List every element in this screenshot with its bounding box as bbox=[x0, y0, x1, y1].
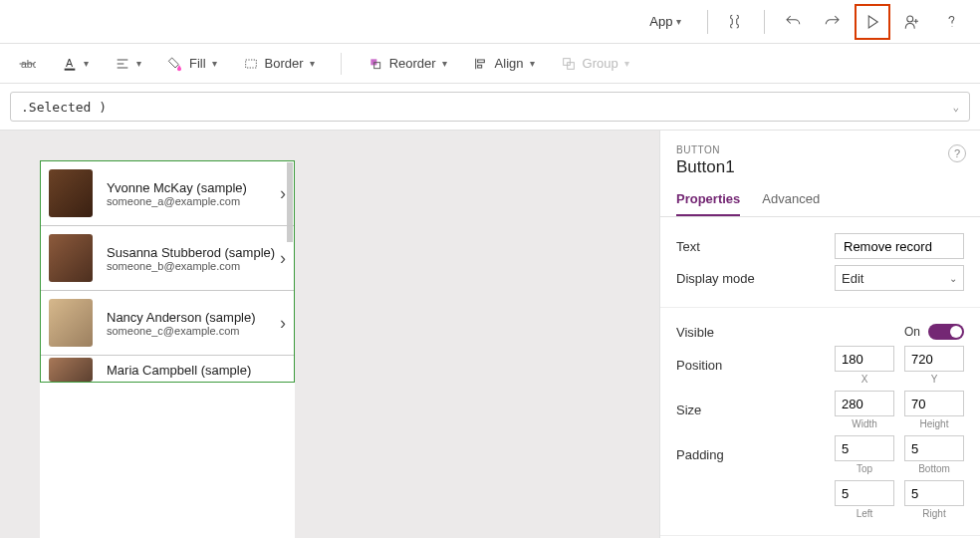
workspace: Yvonne McKay (sample) someone_a@example.… bbox=[0, 131, 980, 538]
padding-bottom-input[interactable] bbox=[904, 435, 964, 461]
border-button[interactable]: Border▾ bbox=[243, 56, 315, 72]
app-dropdown[interactable]: App ▾ bbox=[641, 6, 689, 38]
properties-panel: BUTTON Button1 ? Properties Advanced Tex… bbox=[659, 131, 980, 538]
avatar bbox=[49, 234, 93, 282]
divider bbox=[707, 10, 708, 34]
divider bbox=[341, 53, 342, 75]
formula-bar: .Selected ) ⌄ bbox=[0, 84, 980, 131]
align-button[interactable]: Align▾ bbox=[473, 56, 535, 72]
svg-rect-15 bbox=[567, 62, 574, 69]
list-item[interactable]: Susanna Stubberod (sample) someone_b@exa… bbox=[41, 226, 294, 291]
screen-preview: Yvonne McKay (sample) someone_a@example.… bbox=[40, 160, 295, 539]
checker-icon[interactable] bbox=[718, 4, 754, 40]
list-item[interactable]: Maria Campbell (sample) bbox=[41, 356, 294, 383]
contact-name: Nancy Anderson (sample) bbox=[107, 310, 256, 325]
text-input[interactable] bbox=[835, 233, 964, 259]
contact-email: someone_c@example.com bbox=[107, 325, 256, 337]
svg-rect-4 bbox=[65, 68, 76, 70]
tab-properties[interactable]: Properties bbox=[676, 191, 740, 216]
formula-input[interactable]: .Selected ) ⌄ bbox=[10, 92, 970, 122]
chevron-right-icon[interactable]: › bbox=[280, 183, 286, 204]
avatar bbox=[49, 358, 93, 382]
prop-label-displaymode: Display mode bbox=[676, 271, 755, 286]
svg-rect-12 bbox=[477, 60, 484, 63]
fill-button[interactable]: Fill▾ bbox=[167, 56, 217, 72]
padding-top-input[interactable] bbox=[835, 435, 894, 461]
tab-advanced[interactable]: Advanced bbox=[762, 191, 820, 216]
padding-left-input[interactable] bbox=[835, 480, 894, 506]
control-name: Button1 bbox=[676, 157, 964, 177]
width-input[interactable] bbox=[835, 391, 894, 416]
gallery-control[interactable]: Yvonne McKay (sample) someone_a@example.… bbox=[40, 160, 295, 383]
prop-label-visible: Visible bbox=[676, 325, 714, 340]
control-type-label: BUTTON bbox=[676, 144, 964, 155]
help-icon[interactable]: ? bbox=[948, 144, 966, 162]
contact-name: Yvonne McKay (sample) bbox=[107, 180, 247, 195]
share-button[interactable] bbox=[894, 4, 930, 40]
undo-button[interactable] bbox=[775, 4, 811, 40]
expand-formula-icon[interactable]: ⌄ bbox=[952, 101, 959, 114]
redo-button[interactable] bbox=[815, 4, 851, 40]
contact-email: someone_a@example.com bbox=[107, 195, 247, 207]
svg-rect-8 bbox=[245, 60, 256, 68]
avatar bbox=[49, 169, 93, 217]
chevron-right-icon[interactable]: › bbox=[280, 248, 286, 269]
prop-label-padding: Padding bbox=[676, 447, 724, 462]
help-button[interactable] bbox=[934, 4, 970, 40]
divider bbox=[764, 10, 765, 34]
svg-rect-14 bbox=[563, 58, 570, 65]
group-button: Group▾ bbox=[561, 56, 629, 72]
list-item[interactable]: Nancy Anderson (sample) someone_c@exampl… bbox=[41, 291, 294, 356]
prop-label-text: Text bbox=[676, 239, 700, 254]
contact-name: Susanna Stubberod (sample) bbox=[107, 245, 275, 260]
svg-text:A: A bbox=[66, 56, 74, 68]
position-y-input[interactable] bbox=[904, 346, 964, 372]
reorder-button[interactable]: Reorder▾ bbox=[368, 56, 447, 72]
text-align-button[interactable]: ▾ bbox=[115, 56, 141, 72]
avatar bbox=[49, 299, 93, 347]
chevron-right-icon[interactable]: › bbox=[280, 313, 286, 334]
font-color-button[interactable]: A ▾ bbox=[62, 56, 89, 72]
padding-right-input[interactable] bbox=[904, 480, 964, 506]
strikethrough-button[interactable]: abc bbox=[18, 55, 36, 73]
visible-toggle[interactable] bbox=[928, 324, 964, 340]
play-button[interactable] bbox=[855, 4, 890, 40]
position-x-input[interactable] bbox=[835, 346, 894, 372]
title-bar: App ▾ bbox=[0, 0, 980, 44]
prop-label-size: Size bbox=[676, 403, 701, 417]
height-input[interactable] bbox=[904, 391, 964, 416]
list-item[interactable]: Yvonne McKay (sample) someone_a@example.… bbox=[41, 161, 294, 226]
format-ribbon: abc A ▾ ▾ Fill▾ Border▾ Reorder▾ Align▾ … bbox=[0, 44, 980, 84]
svg-point-0 bbox=[907, 16, 913, 22]
svg-rect-13 bbox=[477, 65, 481, 68]
canvas[interactable]: Yvonne McKay (sample) someone_a@example.… bbox=[0, 131, 659, 538]
contact-email: someone_b@example.com bbox=[107, 260, 275, 272]
contact-name: Maria Campbell (sample) bbox=[107, 363, 251, 378]
displaymode-select[interactable]: Edit⌄ bbox=[835, 265, 964, 291]
prop-label-position: Position bbox=[676, 358, 722, 373]
